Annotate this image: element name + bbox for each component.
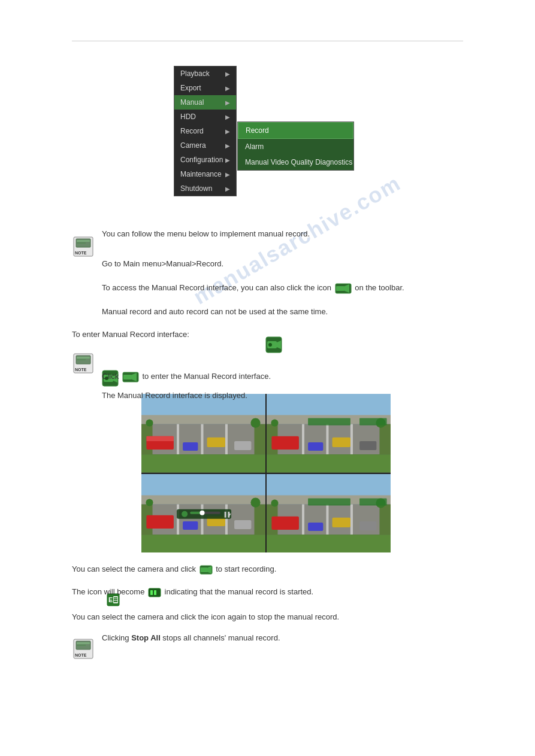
context-menu-area: Playback ▶ Export ▶ Manual ▶ Record Alar… (174, 66, 237, 196)
svg-rect-13 (77, 645, 86, 646)
svg-rect-26 (177, 424, 179, 455)
text-stop-record: You can select the camera and click the … (72, 611, 463, 624)
svg-point-37 (250, 418, 260, 427)
svg-rect-3 (77, 242, 86, 244)
menu-label-record: Record (180, 127, 204, 135)
svg-point-72 (182, 511, 188, 517)
text-note3: Clicking Stop All stops all channels' ma… (102, 631, 463, 645)
svg-rect-87 (271, 516, 299, 529)
text-click-instruction: Click to enter the Manual Record interfa… (102, 370, 463, 383)
text-icon-change: The icon will become indicating that the… (72, 585, 463, 599)
svg-rect-86 (379, 504, 391, 535)
svg-rect-82 (326, 504, 328, 535)
svg-point-38 (146, 419, 153, 426)
svg-rect-43 (326, 424, 328, 455)
arrow-icon-camera: ▶ (225, 142, 230, 149)
svg-rect-48 (271, 436, 299, 450)
svg-rect-100 (114, 601, 117, 602)
menu-item-configuration[interactable]: Configuration ▶ (174, 153, 236, 167)
svg-rect-24 (141, 415, 265, 424)
svg-rect-102 (336, 286, 344, 291)
svg-point-53 (271, 419, 278, 426)
svg-rect-93 (308, 498, 350, 505)
menu-item-record[interactable]: Record ▶ (174, 124, 236, 138)
svg-rect-68 (234, 520, 251, 529)
svg-point-69 (250, 497, 260, 507)
svg-rect-44 (350, 424, 353, 455)
arrow-icon-configuration: ▶ (225, 157, 230, 163)
multicam-view: ▐▐ ▼ (141, 394, 391, 552)
svg-point-70 (146, 499, 153, 506)
menu-item-manual[interactable]: Manual ▶ Record Alarm Manual Video Quali… (174, 95, 236, 110)
arrow-icon-manual: ▶ (225, 99, 230, 106)
svg-rect-66 (183, 521, 198, 529)
menu-item-export[interactable]: Export ▶ (174, 81, 236, 95)
svg-rect-84 (267, 535, 391, 552)
context-menu: Playback ▶ Export ▶ Manual ▶ Record Alar… (174, 66, 237, 196)
text-step1: Go to Main menu>Manual>Record. (102, 257, 463, 271)
menu-label-maintenance: Maintenance (180, 170, 222, 178)
svg-rect-29 (141, 454, 265, 472)
svg-rect-35 (207, 438, 225, 447)
menu-item-playback[interactable]: Playback ▶ (174, 66, 236, 81)
svg-rect-62 (141, 535, 265, 552)
svg-rect-60 (201, 504, 203, 535)
svg-rect-90 (359, 521, 376, 530)
arrow-icon-record: ▶ (225, 128, 230, 135)
submenu-item-alarm[interactable]: Alarm (238, 139, 353, 154)
svg-rect-31 (254, 424, 265, 455)
menu-label-export: Export (180, 84, 201, 92)
text-step2: To access the Manual Record interface, y… (102, 281, 463, 294)
svg-text:▼: ▼ (228, 512, 232, 517)
svg-rect-89 (333, 517, 350, 527)
svg-text:NOTE: NOTE (75, 368, 87, 372)
submenu-item-manual-vqd[interactable]: Manual Video Quality Diagnostics (238, 154, 353, 170)
cam-cell-bottomleft: ▐▐ ▼ (141, 474, 265, 553)
menu-label-camera: Camera (180, 141, 206, 150)
svg-rect-42 (302, 424, 304, 455)
text-note1: Manual record and auto record can not be… (102, 305, 463, 318)
menu-label-playback: Playback (180, 69, 210, 78)
menu-label-configuration: Configuration (180, 156, 223, 164)
svg-rect-47 (379, 424, 391, 455)
arrow-icon-playback: ▶ (225, 71, 230, 77)
svg-rect-7 (77, 357, 90, 359)
svg-point-75 (200, 510, 204, 515)
svg-text:NOTE: NOTE (75, 653, 87, 657)
svg-rect-27 (201, 424, 203, 455)
svg-rect-111 (150, 590, 153, 595)
svg-rect-83 (350, 504, 353, 535)
note-icon-3: NOTE (72, 637, 95, 660)
menu-item-shutdown[interactable]: Shutdown ▶ (174, 181, 236, 196)
svg-rect-51 (359, 441, 376, 450)
svg-rect-99 (114, 599, 117, 600)
svg-rect-105 (123, 375, 132, 379)
svg-rect-94 (359, 498, 387, 505)
svg-rect-36 (234, 441, 251, 450)
svg-point-92 (271, 499, 278, 506)
submenu-item-record[interactable]: Record (238, 122, 353, 139)
arrow-icon-hdd: ▶ (225, 114, 230, 120)
svg-rect-64 (254, 504, 265, 535)
menu-item-camera[interactable]: Camera ▶ (174, 138, 236, 153)
svg-rect-81 (302, 504, 304, 535)
svg-rect-59 (177, 504, 179, 535)
svg-rect-28 (225, 424, 228, 455)
svg-marker-109 (208, 566, 211, 573)
svg-rect-49 (308, 442, 323, 451)
svg-rect-88 (308, 522, 323, 530)
svg-rect-8 (77, 359, 86, 360)
note-icon-1: NOTE (72, 235, 95, 258)
cam-cell-topright (267, 394, 391, 473)
menu-item-maintenance[interactable]: Maintenance ▶ (174, 167, 236, 181)
svg-rect-112 (154, 590, 156, 595)
note-icon-2: NOTE (72, 352, 95, 375)
cam-cell-bottomright (267, 474, 391, 553)
text-note2: The Manual Record interface is displayed… (102, 389, 463, 402)
svg-point-18 (268, 343, 272, 347)
text-intro: You can follow the menu below to impleme… (102, 227, 463, 241)
menu-label-hdd: HDD (180, 113, 196, 121)
menu-label-shutdown: Shutdown (180, 184, 212, 193)
menu-item-hdd[interactable]: HDD ▶ (174, 110, 236, 124)
text-camera-select: You can select the camera and click to s… (72, 563, 463, 576)
